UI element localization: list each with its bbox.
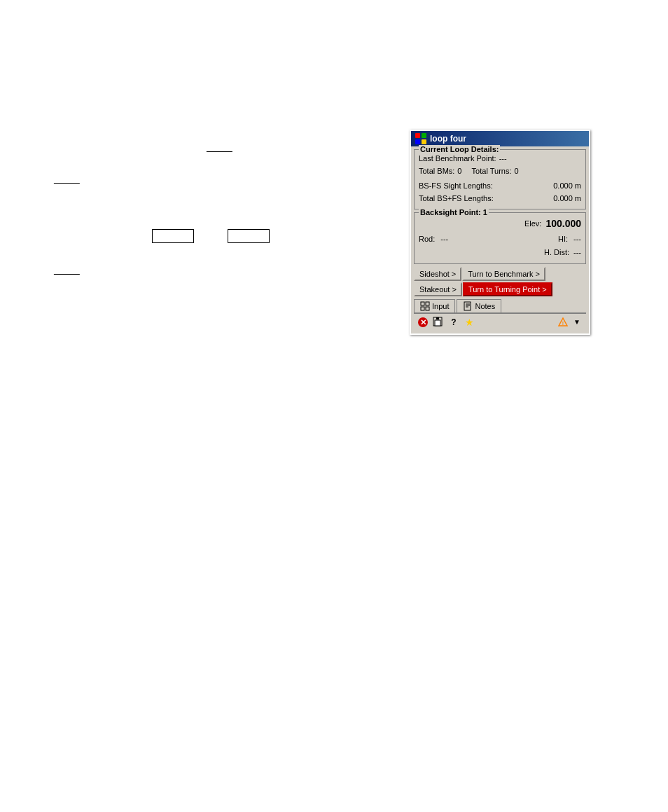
turn-to-benchmark-button[interactable]: Turn to Benchmark > <box>462 267 545 281</box>
dialog-loop-four: loop four Current Loop Details: Last Ben… <box>410 130 590 335</box>
total-turns-label: Total Turns: <box>472 165 512 178</box>
sideshot-button[interactable]: Sideshot > <box>414 267 461 281</box>
xp-logo-icon <box>415 133 426 144</box>
total-bs-fs-value: 0.000 m <box>553 193 581 205</box>
dialog-title: loop four <box>430 134 466 144</box>
turn-to-turning-point-button[interactable]: Turn to Turning Point > <box>463 282 552 296</box>
svg-rect-4 <box>421 302 424 305</box>
dialog-content: Current Loop Details: Last Benchmark Poi… <box>411 146 589 333</box>
total-bms-value: 0 <box>457 165 461 178</box>
rod-value: --- <box>440 233 448 246</box>
current-loop-label: Current Loop Details: <box>419 145 500 153</box>
svg-rect-3 <box>422 139 426 144</box>
bs-fs-sight-label: BS-FS Sight Lengths: <box>419 180 493 193</box>
title-bar: loop four <box>411 131 589 146</box>
tab-input-label: Input <box>432 302 449 310</box>
bg-box-2 <box>228 229 270 243</box>
h-dist-row: H. Dist: --- <box>419 247 581 259</box>
svg-rect-7 <box>426 307 429 310</box>
h-dist-label: H. Dist: <box>544 247 569 259</box>
last-benchmark-value: --- <box>499 153 507 165</box>
total-bs-fs-label: Total BS+FS Lengths: <box>419 193 494 205</box>
hi-label: HI: <box>558 233 568 246</box>
svg-rect-0 <box>415 133 420 138</box>
tabs-row: Input Notes <box>414 299 586 313</box>
tab-input[interactable]: Input <box>414 299 455 312</box>
svg-rect-6 <box>421 307 424 310</box>
svg-rect-1 <box>422 133 426 138</box>
save-icon[interactable] <box>432 316 445 329</box>
bg-underline-3: ______ <box>54 266 80 275</box>
totals-row: Total BMs: 0 Total Turns: 0 <box>419 165 581 178</box>
last-benchmark-row: Last Benchmark Point: --- <box>419 153 581 165</box>
svg-rect-16 <box>436 317 439 319</box>
rod-hi-row: Rod: --- HI: --- <box>419 233 581 246</box>
last-benchmark-label: Last Benchmark Point: <box>419 153 496 165</box>
total-turns-value: 0 <box>514 165 518 178</box>
buttons-row-1: Sideshot > Turn to Benchmark > <box>414 267 586 281</box>
survey-icon[interactable]: ! <box>557 316 569 329</box>
tab-notes[interactable]: Notes <box>457 299 501 312</box>
bs-fs-sight-row: BS-FS Sight Lengths: 0.000 m <box>419 180 581 193</box>
elev-label: Elev: <box>524 218 541 230</box>
bs-fs-sight-value: 0.000 m <box>553 180 581 193</box>
buttons-row-2: Stakeout > Turn to Turning Point > <box>414 282 586 296</box>
input-tab-icon <box>420 301 430 311</box>
bg-underline-2: ______ <box>54 175 80 184</box>
total-bs-fs-row: Total BS+FS Lengths: 0.000 m <box>419 193 581 205</box>
elev-value: 100.000 <box>545 216 581 231</box>
backsight-content: Elev: 100.000 Rod: --- HI: --- H. Dist: … <box>419 216 581 259</box>
svg-text:!: ! <box>562 321 564 326</box>
help-icon[interactable]: ? <box>447 316 460 329</box>
bg-underline-1: ______ <box>207 144 232 152</box>
current-loop-content: Last Benchmark Point: --- Total BMs: 0 T… <box>419 153 581 205</box>
scroll-arrow-icon[interactable]: ▼ <box>571 316 583 329</box>
h-dist-value: --- <box>573 247 581 259</box>
svg-rect-8 <box>464 302 471 310</box>
backsight-group: Backsight Point: 1 Elev: 100.000 Rod: --… <box>414 212 586 264</box>
bg-box-1 <box>152 229 194 243</box>
total-bms-label: Total BMs: <box>419 165 454 178</box>
toolbar: ✕ ? ★ ! <box>414 313 586 331</box>
backsight-label: Backsight Point: 1 <box>419 208 489 216</box>
toolbar-right: ! ▼ <box>557 316 583 329</box>
svg-rect-5 <box>426 302 429 305</box>
close-icon[interactable]: ✕ <box>417 316 429 329</box>
svg-rect-15 <box>435 320 440 326</box>
stakeout-button[interactable]: Stakeout > <box>414 282 462 296</box>
elev-row: Elev: 100.000 <box>419 216 581 231</box>
star-icon[interactable]: ★ <box>463 316 475 329</box>
svg-text:✕: ✕ <box>420 318 426 326</box>
bs-fs-row: BS-FS Sight Lengths: 0.000 m Total BS+FS… <box>419 180 581 205</box>
svg-rect-2 <box>415 139 420 144</box>
hi-value: --- <box>573 233 581 246</box>
notes-tab-icon <box>463 301 473 311</box>
tab-notes-label: Notes <box>475 302 495 310</box>
current-loop-group: Current Loop Details: Last Benchmark Poi… <box>414 149 586 209</box>
rod-label: Rod: <box>419 233 435 246</box>
